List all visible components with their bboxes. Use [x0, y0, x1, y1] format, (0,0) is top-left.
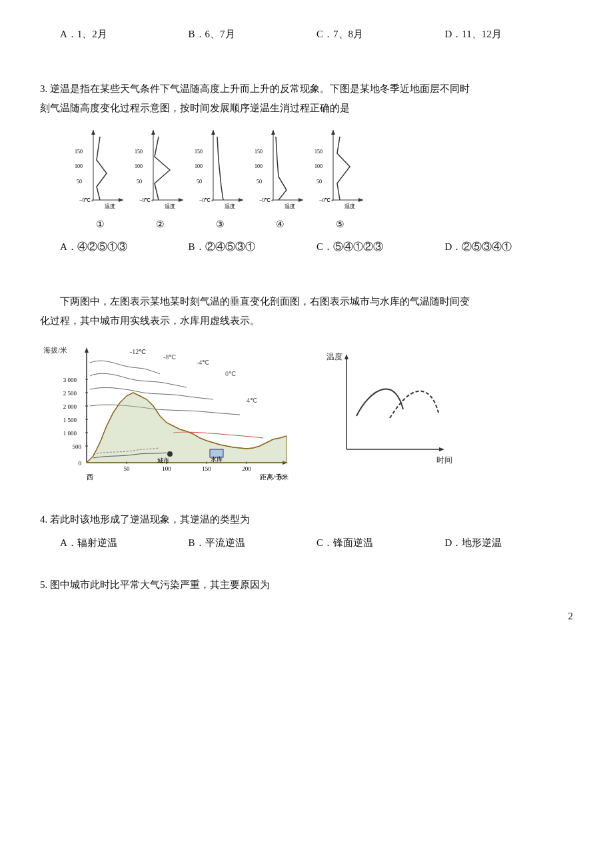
svg-text:500: 500 [73, 443, 82, 450]
diagram-4: −0℃+ 温度 50 100 150 ④ [253, 127, 306, 233]
svg-text:西: 西 [87, 473, 93, 481]
q5-text-content: 5. 图中城市此时比平常大气污染严重，其主要原因为 [40, 579, 270, 590]
q3-line2: 刻气温随高度变化过程示意图，按时间发展顺序逆温生消过程正确的是 [40, 99, 573, 118]
figure-desc: 下两图中，左图表示某地某时刻气温的垂直变化剖面图，右图表示城市与水库的气温随时间… [40, 292, 573, 330]
svg-text:1 000: 1 000 [63, 430, 77, 437]
diagram-4-label: ④ [276, 216, 285, 233]
svg-text:-12℃: -12℃ [130, 348, 146, 355]
svg-marker-38 [331, 130, 335, 135]
svg-text:50: 50 [77, 179, 82, 185]
q4-text: 4. 若此时该地形成了逆温现象，其逆温的类型为 [40, 511, 573, 529]
left-map-svg: 海拔/米 500 1 000 1 500 2 000 2 500 3 000 [40, 339, 300, 493]
svg-text:100: 100 [314, 163, 322, 169]
right-map-svg: 温度 时间 [320, 346, 453, 479]
figure-section: 海拔/米 500 1 000 1 500 2 000 2 500 3 000 [40, 339, 573, 499]
diagram-5-svg: −0℃+ 温度 50 100 150 [313, 127, 366, 213]
q1-options-row: A．1、2月 B．6、7月 C．7、8月 D．11、12月 [40, 25, 573, 43]
svg-text:水库: 水库 [211, 456, 223, 463]
q3-option-c: C．⑤④①②③ [316, 238, 445, 256]
q1-option-a: A．1、2月 [60, 25, 189, 43]
q1-option-b: B．6、7月 [189, 25, 317, 43]
svg-marker-20 [211, 130, 215, 135]
svg-text:温度: 温度 [105, 203, 115, 209]
svg-text:50: 50 [316, 179, 322, 185]
q4-options-row: A．辐射逆温 B．平流逆温 C．锋面逆温 D．地形逆温 [40, 534, 573, 552]
svg-text:50: 50 [197, 179, 202, 185]
diagram-1-label: ① [96, 216, 105, 233]
diagram-5-label: ⑤ [336, 216, 344, 233]
q4-option-d: D．地形逆温 [445, 534, 574, 552]
svg-text:−0℃+: −0℃+ [79, 197, 95, 203]
svg-text:−0℃+: −0℃+ [199, 197, 215, 203]
q1-option-d: D．11、12月 [445, 25, 574, 43]
svg-text:城市: 城市 [157, 457, 169, 464]
diagram-1: −0℃+ 温度 50 100 150 ① [73, 127, 127, 233]
svg-marker-30 [299, 198, 303, 202]
svg-text:温度: 温度 [344, 203, 355, 209]
svg-text:东: 东 [277, 473, 283, 481]
q3-option-b: B．②④⑤③① [189, 238, 317, 256]
q5-text: 5. 图中城市此时比平常大气污染严重，其主要原因为 [40, 576, 573, 594]
left-figure: 海拔/米 500 1 000 1 500 2 000 2 500 3 000 [40, 339, 300, 499]
svg-text:150: 150 [202, 465, 211, 472]
diagram-3: −0℃+ 温度 50 100 150 ③ [193, 127, 247, 233]
svg-text:200: 200 [242, 465, 251, 472]
figure-desc-line2: 化过程，其中城市用实线表示，水库用虚线表示。 [40, 311, 573, 331]
svg-text:-4℃: -4℃ [197, 359, 209, 366]
svg-text:100: 100 [255, 163, 263, 169]
diagram-5: −0℃+ 温度 50 100 150 ⑤ [313, 127, 366, 233]
svg-text:100: 100 [162, 465, 171, 472]
diagram-3-svg: −0℃+ 温度 50 100 150 [193, 127, 247, 213]
svg-text:2 500: 2 500 [63, 390, 77, 397]
q4-option-a: A．辐射逆温 [60, 534, 189, 552]
q4-option-c: C．锋面逆温 [316, 534, 445, 552]
svg-text:100: 100 [195, 163, 203, 169]
svg-marker-21 [239, 198, 243, 202]
diagram-3-label: ③ [216, 216, 225, 233]
svg-text:100: 100 [75, 163, 83, 169]
q3-option-a: A．④②⑤①③ [60, 238, 189, 256]
svg-text:50: 50 [137, 179, 142, 185]
svg-text:150: 150 [75, 149, 83, 155]
diagram-4-svg: −0℃+ 温度 50 100 150 [253, 127, 306, 213]
q4-text-content: 4. 若此时该地形成了逆温现象，其逆温的类型为 [40, 514, 250, 525]
svg-text:−0℃+: −0℃+ [139, 197, 155, 203]
svg-marker-2 [91, 130, 95, 135]
svg-text:温度: 温度 [225, 203, 235, 209]
svg-marker-29 [271, 130, 275, 135]
page-number-area: 2 [40, 607, 573, 625]
svg-text:时间: 时间 [436, 455, 452, 465]
svg-text:0℃: 0℃ [225, 370, 236, 377]
figure-desc-line1: 下两图中，左图表示某地某时刻气温的垂直变化剖面图，右图表示城市与水库的气温随时间… [40, 292, 573, 311]
svg-text:150: 150 [314, 149, 322, 155]
q3-text: 3. 逆温是指在某些天气条件下气温随高度上升而上升的反常现象。下图是某地冬季近地… [40, 79, 573, 117]
svg-text:温度: 温度 [285, 203, 295, 209]
q4-option-b: B．平流逆温 [189, 534, 317, 552]
q3-options-row: A．④②⑤①③ B．②④⑤③① C．⑤④①②③ D．②⑤③④① [40, 238, 573, 256]
diagrams-row: −0℃+ 温度 50 100 150 ① −0℃+ 温度 50 100 150 … [40, 127, 573, 233]
diagram-2: −0℃+ 温度 50 100 150 ② [133, 127, 187, 233]
svg-text:100: 100 [135, 163, 143, 169]
svg-text:温度: 温度 [165, 203, 175, 209]
q1-option-c: C．7、8月 [316, 25, 445, 43]
svg-text:3 000: 3 000 [63, 377, 77, 383]
svg-text:50: 50 [257, 179, 262, 185]
diagram-1-svg: −0℃+ 温度 50 100 150 [73, 127, 127, 213]
svg-marker-11 [151, 130, 155, 135]
svg-point-80 [167, 451, 173, 457]
svg-text:海拔/米: 海拔/米 [43, 346, 67, 354]
svg-text:0: 0 [79, 460, 82, 467]
svg-marker-3 [119, 198, 123, 202]
svg-text:150: 150 [255, 149, 263, 155]
diagram-2-label: ② [156, 216, 165, 233]
q3-line1: 3. 逆温是指在某些天气条件下气温随高度上升而上升的反常现象。下图是某地冬季近地… [40, 79, 573, 99]
svg-text:4℃: 4℃ [247, 397, 257, 404]
diagram-2-svg: −0℃+ 温度 50 100 150 [133, 127, 187, 213]
svg-text:1 500: 1 500 [63, 417, 77, 423]
svg-text:−0℃+: −0℃+ [319, 197, 334, 203]
svg-text:距离/千米: 距离/千米 [260, 473, 289, 481]
svg-text:温度: 温度 [326, 352, 342, 361]
svg-text:−0℃+: −0℃+ [259, 197, 275, 203]
svg-marker-39 [358, 198, 363, 202]
right-figure: 温度 时间 [320, 346, 453, 485]
